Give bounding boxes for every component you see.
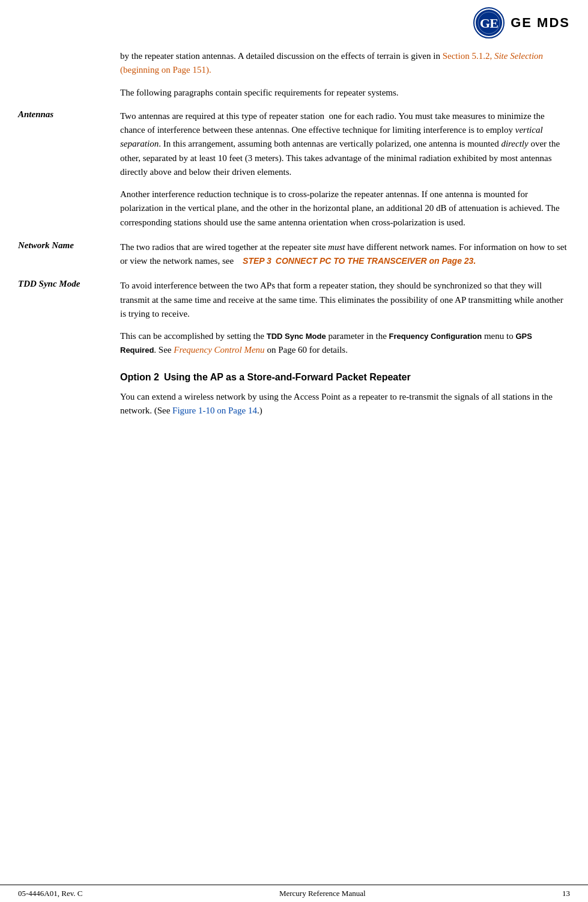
page-151-link[interactable]: (beginning on Page 151).: [120, 65, 211, 75]
svg-text:GE: GE: [480, 16, 498, 31]
intro-para-1: by the repeater station antennas. A deta…: [120, 49, 570, 78]
step3-link[interactable]: STEP 3 CONNECT PC TO THE TRANSCEIVER on …: [243, 256, 476, 266]
tdd-sync-para-2: This can be accomplished by setting the …: [120, 329, 570, 358]
tdd-sync-mode-ui: TDD Sync Mode: [267, 332, 326, 341]
section-512-link[interactable]: Section 5.1.2, Site Selection: [443, 51, 543, 61]
intro-block-1: by the repeater station antennas. A deta…: [18, 49, 570, 100]
network-name-content: The two radios that are wired together a…: [120, 240, 570, 269]
brand-name: GE MDS: [511, 15, 570, 31]
ge-logo-icon: GE: [473, 7, 505, 38]
footer-title: Mercury Reference Manual: [279, 889, 366, 898]
page-header: GE GE MDS: [0, 0, 588, 43]
footer-doc-id: 05-4446A01, Rev. C: [18, 889, 83, 898]
option2-content: Option 2 Using the AP as a Store-and-For…: [120, 368, 570, 418]
tdd-sync-label: TDD Sync Mode: [18, 279, 120, 289]
page-content: by the repeater station antennas. A deta…: [0, 43, 588, 885]
network-name-label: Network Name: [18, 240, 120, 251]
antennas-para-1: Two antennas are required at this type o…: [120, 109, 570, 179]
freq-control-menu-link[interactable]: Frequency Control Menu: [174, 345, 264, 355]
intro-para-2: The following paragraphs contain specifi…: [120, 86, 570, 100]
antennas-para-2: Another interference reduction technique…: [120, 187, 570, 230]
logo-area: GE GE MDS: [473, 7, 570, 38]
tdd-sync-label-text: TDD Sync Mode: [18, 279, 80, 288]
antennas-label-text: Antennas: [18, 109, 53, 119]
network-name-label-text: Network Name: [18, 240, 74, 250]
tdd-sync-para-1: To avoid interference between the two AP…: [120, 279, 570, 321]
antennas-label: Antennas: [18, 109, 120, 120]
network-name-section: Network Name The two radios that are wir…: [18, 240, 570, 269]
page-footer: 05-4446A01, Rev. C Mercury Reference Man…: [0, 885, 588, 902]
network-name-para: The two radios that are wired together a…: [120, 240, 570, 269]
option2-heading: Option 2 Using the AP as a Store-and-For…: [120, 371, 570, 384]
tdd-sync-section: TDD Sync Mode To avoid interference betw…: [18, 279, 570, 357]
intro-right-1: by the repeater station antennas. A deta…: [120, 49, 570, 100]
antennas-section: Antennas Two antennas are required at th…: [18, 109, 570, 230]
page: GE GE MDS by the repeater station antenn…: [0, 0, 588, 902]
option2-section: Option 2 Using the AP as a Store-and-For…: [18, 368, 570, 418]
option2-para: You can extend a wireless network by usi…: [120, 390, 570, 418]
footer-page-number: 13: [562, 889, 570, 898]
tdd-sync-content: To avoid interference between the two AP…: [120, 279, 570, 357]
intro-left-spacer: [18, 49, 120, 100]
antennas-content: Two antennas are required at this type o…: [120, 109, 570, 230]
freq-config-ui: Frequency Configuration: [389, 332, 482, 341]
figure-110-link[interactable]: Figure 1-10 on Page 14: [172, 406, 257, 415]
